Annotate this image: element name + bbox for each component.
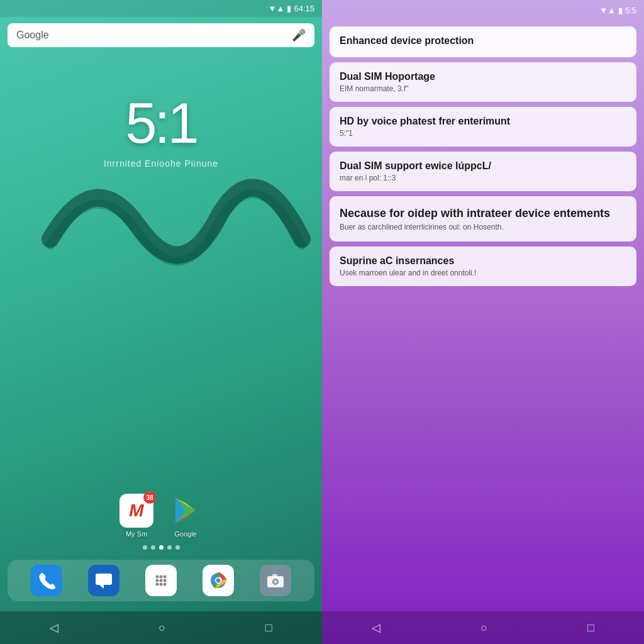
svg-point-13	[159, 583, 162, 586]
dot-2	[151, 545, 155, 550]
wifi-icon: ▼▲	[269, 4, 285, 13]
svg-rect-4	[96, 574, 112, 585]
recent-button-right[interactable]: □	[587, 621, 594, 635]
svg-point-7	[159, 575, 162, 579]
right-status-bar: ▼▲ ▮ 5:5	[322, 0, 644, 20]
camera-dock-icon[interactable]	[260, 565, 291, 596]
feature-card-6-title: Suprine aC insernances	[340, 255, 626, 267]
right-battery-icon: ▮	[618, 6, 623, 15]
phone-icon	[37, 571, 56, 590]
feature-card-3[interactable]: HD by voice phatest frer enterimunt 5:"1	[330, 107, 636, 147]
dot-5	[175, 545, 180, 550]
dot-4	[167, 545, 172, 550]
feature-card-4[interactable]: Dual SIM support ewice lúppcL/ mar en l …	[330, 152, 636, 191]
clock-subtitle: Inrrnited Enioohe Piinune	[104, 158, 218, 169]
feature-card-5-subtitle: Buer as carchlined interrlicirines oul: …	[340, 223, 626, 231]
feature-card-5-title: Necause for oidep with intrateer device …	[340, 206, 626, 221]
apps-dock-icon[interactable]	[145, 565, 177, 596]
feature-card-3-subtitle: 5:"1	[340, 129, 626, 138]
page-dots	[0, 545, 322, 550]
right-time-display: 5:5	[625, 6, 636, 15]
svg-marker-5	[99, 585, 104, 589]
clock-time: 5:1	[125, 91, 196, 156]
gmail-app[interactable]: M 38 My Sm	[119, 494, 153, 538]
svg-point-10	[159, 579, 162, 582]
feature-card-1[interactable]: Enhanced device protection	[330, 26, 636, 57]
search-placeholder: Google	[16, 30, 287, 41]
feature-list: Enhanced device protection Dual SIM Hopo…	[322, 20, 644, 611]
gmail-logo: M	[129, 501, 143, 521]
phone-dock-icon[interactable]	[31, 565, 62, 596]
time-display: 64:15	[294, 4, 314, 13]
chrome-dock-icon[interactable]	[203, 565, 234, 596]
feature-card-6-subtitle: Usek marroen ulear and in dreet onntoli.…	[340, 269, 626, 277]
dot-3	[159, 545, 164, 550]
svg-point-19	[216, 579, 221, 583]
dot-1	[143, 545, 147, 550]
left-status-bar: ▼▲ ▮ 64:15	[0, 0, 322, 17]
left-nav-bar: ◁ ○ □	[0, 611, 322, 644]
play-store-icon	[169, 494, 203, 528]
app-icons-row: M 38 My Sm Google	[0, 494, 322, 538]
home-button-right[interactable]: ○	[480, 621, 487, 635]
svg-point-6	[155, 575, 158, 579]
feature-card-3-title: HD by voice phatest frer enterimunt	[340, 116, 626, 127]
home-button-left[interactable]: ○	[158, 621, 165, 635]
play-store-label: Google	[174, 530, 196, 538]
play-store-svg	[170, 496, 201, 526]
recent-button-left[interactable]: □	[265, 621, 272, 635]
right-status-icons: ▼▲ ▮ 5:5	[599, 6, 636, 15]
feature-card-6[interactable]: Suprine aC insernances Usek marroen ulea…	[330, 247, 636, 286]
right-nav-bar: ◁ ○ □	[322, 611, 644, 644]
svg-rect-23	[272, 574, 277, 577]
play-store-app[interactable]: Google	[169, 494, 203, 538]
left-phone-screen: ▼▲ ▮ 64:15 Google 🎤 5:1 Inrrnited Eniooh…	[0, 0, 322, 644]
svg-point-22	[274, 580, 277, 584]
google-search-bar[interactable]: Google 🎤	[8, 23, 314, 47]
svg-point-8	[163, 575, 166, 579]
chrome-icon	[209, 571, 228, 590]
feature-card-5[interactable]: Necause for oidep with intrateer device …	[330, 196, 636, 242]
right-phone-screen: ▼▲ ▮ 5:5 Enhanced device protection Dual…	[322, 0, 644, 644]
feature-card-2-title: Dual SIM Hoportage	[340, 71, 626, 82]
back-button-left[interactable]: ◁	[50, 621, 58, 635]
svg-point-12	[155, 583, 158, 586]
feature-card-4-subtitle: mar en l pol: 1::3	[340, 174, 626, 182]
left-status-icons: ▼▲ ▮ 64:15	[269, 4, 314, 13]
camera-icon	[266, 571, 285, 590]
gmail-icon: M 38	[119, 494, 153, 528]
mic-icon[interactable]: 🎤	[292, 28, 306, 42]
bottom-dock	[8, 560, 314, 601]
svg-point-14	[163, 583, 166, 586]
gmail-label: My Sm	[126, 530, 147, 538]
gmail-badge: 38	[143, 491, 156, 504]
messages-icon	[94, 571, 113, 590]
dock-area: M 38 My Sm Google	[0, 494, 322, 606]
svg-point-9	[155, 579, 158, 582]
battery-icon: ▮	[287, 4, 291, 13]
feature-card-4-title: Dual SIM support ewice lúppcL/	[340, 160, 626, 172]
feature-card-2[interactable]: Dual SIM Hoportage EIM nomarmate, 3.f"	[330, 62, 636, 102]
feature-card-2-subtitle: EIM nomarmate, 3.f"	[340, 84, 626, 93]
messages-dock-icon[interactable]	[88, 565, 119, 596]
apps-grid-icon	[152, 571, 170, 590]
back-button-right[interactable]: ◁	[372, 621, 380, 635]
svg-point-11	[163, 579, 166, 582]
right-wifi-icon: ▼▲	[599, 6, 616, 15]
feature-card-1-title: Enhanced device protection	[340, 35, 626, 47]
